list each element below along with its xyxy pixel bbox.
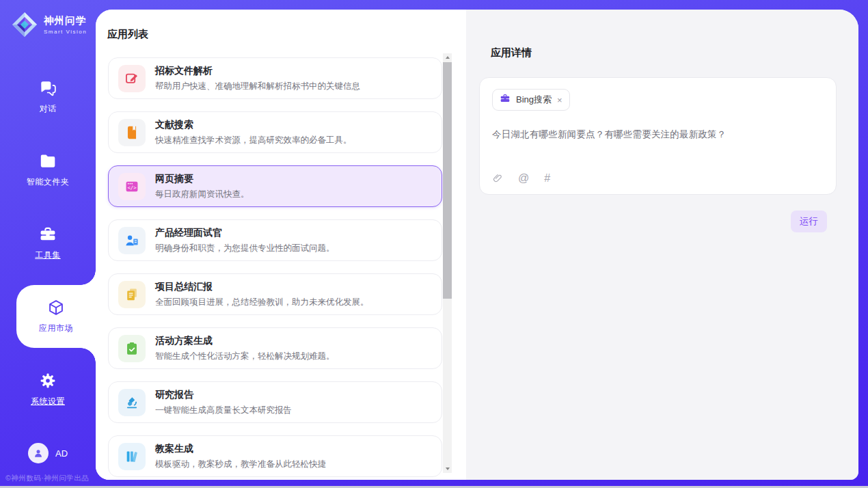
app-list-item[interactable]: 文献搜索 快速精准查找学术资源，提高研究效率的必备工具。 (108, 111, 442, 153)
brand-tagline: Smart Vision (44, 29, 87, 35)
app-title: 网页摘要 (155, 173, 249, 185)
query-text[interactable]: 今日湖北有哪些新闻要点？有哪些需要关注的最新政策？ (492, 128, 824, 141)
app-description: 智能生成个性化活动方案，轻松解决规划难题。 (155, 351, 335, 362)
app-description: 快速精准查找学术资源，提高研究效率的必备工具。 (155, 135, 352, 146)
books-icon (118, 443, 146, 470)
browser-code-icon: </> (118, 173, 146, 200)
briefcase-icon (500, 93, 511, 107)
sidebar: 神州问学 Smart Vision 对话 智能文件夹 工具集 应用市场 系统设置… (0, 0, 96, 488)
user-initials: AD (55, 448, 68, 459)
tool-tag-label: Bing搜索 (516, 94, 552, 106)
sidebar-item-cube[interactable]: 应用市场 (16, 285, 96, 348)
prompt-card: Bing搜索 × 今日湖北有哪些新闻要点？有哪些需要关注的最新政策？ @# (479, 77, 837, 195)
app-title: 教案生成 (155, 443, 326, 455)
documents-icon (118, 281, 146, 308)
app-title: 研究报告 (155, 389, 292, 401)
interviewer-icon (118, 227, 146, 254)
app-list-item[interactable]: 活动方案生成 智能生成个性化活动方案，轻松解决规划难题。 (108, 327, 442, 369)
cube-icon (47, 299, 65, 316)
app-description: 帮助用户快速、准确地理解和解析招标书中的关键信息 (155, 81, 360, 92)
app-description: 一键智能生成高质量长文本研究报告 (155, 405, 292, 416)
sidebar-item-chat[interactable]: 对话 (0, 60, 96, 133)
app-detail-title: 应用详情 (491, 46, 837, 59)
folder-icon (39, 152, 57, 170)
content-window: 应用列表 招标文件解析 帮助用户快速、准确地理解和解析招标书中的关键信息 文献搜… (96, 10, 858, 480)
scroll-up-button[interactable] (443, 53, 452, 62)
clipboard-check-icon (118, 335, 146, 362)
hash-icon[interactable]: # (544, 172, 550, 185)
app-list: 招标文件解析 帮助用户快速、准确地理解和解析招标书中的关键信息 文献搜索 快速精… (108, 57, 442, 477)
microscope-icon (118, 389, 146, 416)
app-title: 活动方案生成 (155, 335, 335, 347)
sidebar-item-folder[interactable]: 智能文件夹 (0, 133, 96, 206)
app-description: 明确身份和职责，为您提供专业性的面试问题。 (155, 243, 335, 254)
app-title: 文献搜索 (155, 119, 352, 131)
brand-name: 神州问学 (44, 14, 87, 27)
svg-text:</>: </> (127, 185, 137, 191)
brand-diamond-icon (11, 11, 38, 38)
app-list-panel: 应用列表 招标文件解析 帮助用户快速、准确地理解和解析招标书中的关键信息 文献搜… (96, 10, 466, 480)
run-button[interactable]: 运行 (791, 211, 827, 232)
app-list-item[interactable]: 产品经理面试官 明确身份和职责，为您提供专业性的面试问题。 (108, 219, 442, 261)
sidebar-item-gear[interactable]: 系统设置 (0, 353, 96, 426)
brand-logo: 神州问学 Smart Vision (0, 0, 96, 38)
copyright-text: ©神州数码·神州问学出品 (5, 474, 89, 483)
app-description: 每日政府新闻资讯快查。 (155, 189, 249, 200)
scroll-up-icon (446, 54, 450, 59)
toolbox-icon (39, 226, 57, 243)
app-title: 产品经理面试官 (155, 227, 335, 239)
app-description: 模板驱动，教案秒成，教学准备从此轻松快捷 (155, 459, 326, 470)
scroll-down-button[interactable] (443, 464, 452, 473)
gear-icon (39, 372, 57, 390)
tag-close-icon[interactable]: × (557, 96, 562, 105)
scroll-down-icon (446, 467, 450, 472)
run-row: 运行 (479, 211, 837, 232)
app-list-title: 应用列表 (107, 28, 466, 41)
app-title: 项目总结汇报 (155, 281, 369, 293)
app-list-item[interactable]: 招标文件解析 帮助用户快速、准确地理解和解析招标书中的关键信息 (108, 57, 442, 99)
pen-document-icon (118, 65, 146, 92)
app-list-item[interactable]: 项目总结汇报 全面回顾项目进展，总结经验教训，助力未来优化发展。 (108, 273, 442, 315)
app-list-item[interactable]: </> 网页摘要 每日政府新闻资讯快查。 (108, 165, 442, 207)
sidebar-nav: 对话 智能文件夹 工具集 应用市场 系统设置 (0, 60, 96, 426)
book-icon (118, 119, 146, 146)
user-row[interactable]: AD (0, 443, 96, 463)
chat-icon (39, 79, 57, 97)
app-title: 招标文件解析 (155, 65, 360, 77)
avatar[interactable] (28, 443, 49, 463)
app-list-item[interactable]: 研究报告 一键智能生成高质量长文本研究报告 (108, 381, 442, 423)
scrollbar-thumb[interactable] (443, 62, 452, 299)
app-description: 全面回顾项目进展，总结经验教训，助力未来优化发展。 (155, 297, 369, 308)
paperclip-icon[interactable] (492, 173, 503, 184)
composer-icons: @# (492, 172, 824, 185)
scrollbar[interactable] (443, 53, 452, 473)
tool-tag[interactable]: Bing搜索 × (492, 89, 570, 111)
app-detail-panel: 应用详情 Bing搜索 × 今日湖北有哪些新闻要点？有哪些需要关注的最新政策？ … (466, 10, 858, 480)
at-icon[interactable]: @ (518, 172, 529, 185)
app-list-item[interactable]: 教案生成 模板驱动，教案秒成，教学准备从此轻松快捷 (108, 435, 442, 477)
sidebar-item-toolbox[interactable]: 工具集 (0, 206, 96, 280)
